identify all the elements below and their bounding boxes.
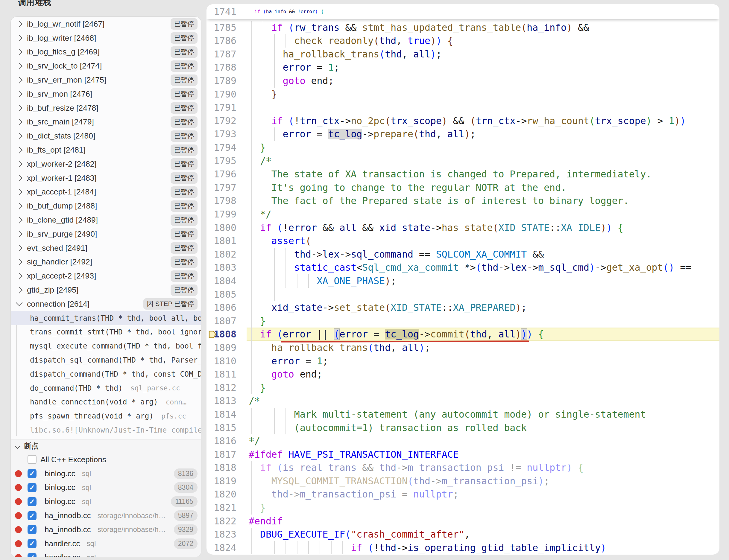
line-number[interactable]: 1800 (206, 221, 236, 235)
breakpoint-checkbox[interactable]: ✓ (28, 511, 36, 520)
stack-frame-row[interactable]: dispatch_sql_command(THD * thd, Parser_s… (11, 353, 201, 367)
thread-row[interactable]: ib_buf_dump [2488]已暂停 (11, 199, 201, 213)
line-number[interactable]: 1799 (206, 208, 236, 221)
line-number[interactable]: 1816 (206, 434, 236, 448)
code-line[interactable]: 1795 /* (206, 154, 719, 168)
breakpoint-checkbox[interactable] (28, 455, 36, 464)
thread-row[interactable]: ib_log_files_g [2469]已暂停 (11, 45, 201, 59)
line-number[interactable]: 1804 (206, 274, 236, 288)
thread-row[interactable]: ib_log_writer [2468]已暂停 (11, 31, 201, 45)
thread-row[interactable]: xpl_accept-1 [2484]已暂停 (11, 185, 201, 199)
code-line[interactable]: 1788 error = 1; (206, 61, 719, 74)
code-line[interactable]: 1810 error = 1; (206, 354, 719, 368)
sticky-scroll-header[interactable]: 1741 if (ha_info && !error) { (206, 4, 719, 19)
stack-frame-row[interactable]: ha_commit_trans(THD * thd, bool all, boo… (11, 311, 201, 325)
code-line[interactable]: 1792 if (!trn_ctx->no_2pc(trx_scope) && … (206, 114, 719, 128)
thread-row[interactable]: ib_src_main [2479]已暂停 (11, 115, 201, 129)
breakpoint-checkbox[interactable]: ✓ (28, 483, 36, 492)
thread-row[interactable]: sig_handler [2492]已暂停 (11, 255, 201, 269)
line-number[interactable]: 1824 (206, 541, 236, 555)
code-line[interactable]: 1812 } (206, 381, 719, 395)
breakpoint-checkbox[interactable]: ✓ (28, 539, 36, 548)
thread-row[interactable]: evt_sched [2491]已暂停 (11, 241, 201, 255)
breakpoint-row[interactable]: ✓ha_innodb.ccstorage/innobase/h…9329 (11, 523, 201, 537)
breakpoint-row[interactable]: ✓ha_innodb.ccstorage/innobase/h…5897 (11, 509, 201, 523)
code-line[interactable]: 1823 DBUG_EXECUTE_IF("crash_commit_after… (206, 528, 719, 541)
code-line[interactable]: 1793 error = tc_log->prepare(thd, all); (206, 127, 719, 141)
line-number[interactable]: 1806 (206, 301, 236, 314)
breakpoint-checkbox[interactable]: ✓ (28, 497, 36, 506)
line-number[interactable]: 1810 (206, 354, 236, 368)
line-number[interactable]: 1786 (206, 34, 236, 48)
code-line[interactable]: 1820 thd->m_transaction_psi = nullptr; (206, 488, 719, 501)
code-line[interactable]: 1801 assert( (206, 234, 719, 248)
code-line[interactable]: 1816*/ (206, 434, 719, 448)
stack-frame-row[interactable]: pfs_spawn_thread(void * arg)pfs.cc (11, 409, 201, 423)
stack-frame-row[interactable]: mysql_execute_command(THD * thd, bool fi… (11, 339, 201, 353)
line-number[interactable]: 1811 (206, 368, 236, 381)
thread-row[interactable]: ib_srv_purge [2490]已暂停 (11, 227, 201, 241)
breakpoint-row[interactable]: ✓binlog.ccsql8304 (11, 481, 201, 495)
code-line[interactable]: 1814 Mark multi-statement (any autocommi… (206, 408, 719, 421)
line-number[interactable]: 1821 (206, 501, 236, 515)
call-stack-section-title[interactable]: 调用堆栈 (18, 0, 51, 8)
thread-row[interactable]: ib_srv_mon [2476]已暂停 (11, 87, 201, 101)
thread-row-expanded[interactable]: connection [2614]因 STEP 已暂停 (11, 297, 201, 311)
stack-frame-row[interactable]: do_command(THD * thd)sql_parse.cc (11, 381, 201, 395)
line-number[interactable]: 1794 (206, 141, 236, 154)
thread-row[interactable]: xpl_worker-2 [2482]已暂停 (11, 157, 201, 171)
thread-row[interactable]: ib_srv_lock_to [2474]已暂停 (11, 59, 201, 73)
exception-breakpoint-row[interactable]: All C++ Exceptions (11, 453, 201, 467)
thread-row[interactable]: ib_fts_opt [2481]已暂停 (11, 143, 201, 157)
line-number[interactable]: 1822 (206, 515, 236, 528)
thread-row[interactable]: ib_dict_stats [2480]已暂停 (11, 129, 201, 143)
code-line[interactable]: 1806 xid_state->set_state(XID_STATE::XA_… (206, 301, 719, 314)
code-line[interactable]: 1803 static_cast<Sql_cmd_xa_commit *>(th… (206, 261, 719, 274)
code-line[interactable]: 1799 */ (206, 208, 719, 221)
code-line[interactable]: 1813/* (206, 394, 719, 408)
line-number[interactable]: 1801 (206, 234, 236, 248)
line-number[interactable]: 1814 (206, 408, 236, 421)
code-line[interactable]: 1800 if (!error && all && xid_state->has… (206, 221, 719, 235)
breakpoint-checkbox[interactable]: ✓ (28, 469, 36, 478)
code-line[interactable]: 1818 if (is_real_trans && thd->m_transac… (206, 461, 719, 474)
code-line-current[interactable]: 1808 if (error || (error = tc_log->commi… (206, 328, 719, 341)
thread-row[interactable]: gtid_zip [2495]已暂停 (11, 283, 201, 297)
code-line[interactable]: 1807 } (206, 314, 719, 328)
code-line[interactable]: 1791 (206, 101, 719, 114)
line-number[interactable]: 1809 (206, 341, 236, 354)
line-number[interactable]: 1796 (206, 168, 236, 181)
code-line[interactable]: 1796 The state of XA transaction is chan… (206, 168, 719, 181)
line-number[interactable]: 1789 (206, 74, 236, 88)
line-number[interactable]: 1795 (206, 154, 236, 168)
code-line[interactable]: 1817#ifdef HAVE_PSI_TRANSACTION_INTERFAC… (206, 448, 719, 461)
code-line[interactable]: 1786 check_readonly(thd, true)) { (206, 34, 719, 48)
code-line[interactable]: 1805 (206, 288, 719, 301)
code-line[interactable]: 1797 It's going to change to the regular… (206, 181, 719, 194)
code-line[interactable]: 1804 XA_ONE_PHASE); (206, 274, 719, 288)
thread-row[interactable]: ib_buf_resize [2478]已暂停 (11, 101, 201, 115)
breakpoint-row[interactable]: ✓binlog.ccsql8136 (11, 467, 201, 481)
code-editor[interactable]: 1784 1785 if (rw_trans && stmt_has_updat… (206, 4, 719, 555)
line-number[interactable]: 1819 (206, 474, 236, 488)
code-line[interactable]: 1822#endif (206, 515, 719, 528)
line-number[interactable]: 1815 (206, 421, 236, 435)
breakpoints-header[interactable]: 断点 (11, 439, 201, 453)
thread-row[interactable]: ib_srv_err_mon [2475]已暂停 (11, 73, 201, 87)
line-number[interactable]: 1823 (206, 528, 236, 541)
stack-frame-row[interactable]: dispatch_command(THD * thd, const COM_DA… (11, 367, 201, 381)
line-number[interactable]: 1785 (206, 21, 236, 34)
thread-row[interactable]: ib_clone_gtid [2489]已暂停 (11, 213, 201, 227)
thread-row[interactable]: ib_log_wr_notif [2467]已暂停 (11, 17, 201, 31)
line-number[interactable]: 1788 (206, 61, 236, 74)
stack-frame-row[interactable]: libc.so.6![Unknown/Just-In-Time compiled (11, 423, 201, 437)
line-number[interactable]: 1820 (206, 488, 236, 501)
line-number[interactable]: 1805 (206, 288, 236, 301)
line-number[interactable]: 1818 (206, 461, 236, 474)
line-number[interactable]: 1807 (206, 314, 236, 328)
line-number[interactable]: 1792 (206, 114, 236, 128)
code-line[interactable]: 1798 The fact of the Prepared state is o… (206, 194, 719, 208)
breakpoint-checkbox[interactable]: ✓ (28, 553, 36, 557)
breakpoint-row[interactable]: ✓handler.ccsql2072 (11, 537, 201, 551)
line-number[interactable]: 1790 (206, 88, 236, 101)
